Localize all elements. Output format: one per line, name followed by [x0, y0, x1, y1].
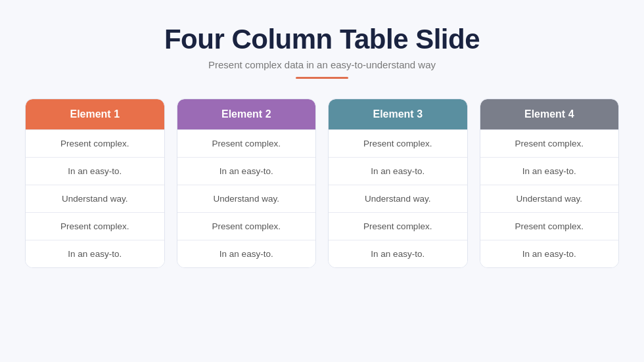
cell-col2-row5: In an easy-to. [177, 240, 316, 267]
cell-col3-row2: In an easy-to. [329, 157, 467, 185]
cell-col3-row3: Understand way. [329, 185, 467, 212]
cell-col2-row1: Present complex. [177, 129, 316, 157]
col-header-col3: Element 3 [329, 99, 467, 129]
cell-col3-row1: Present complex. [329, 129, 467, 157]
cell-col4-row3: Understand way. [480, 185, 619, 212]
page-subtitle: Present complex data in an easy-to-under… [164, 59, 480, 70]
cell-col1-row2: In an easy-to. [26, 157, 164, 185]
cell-col4-row5: In an easy-to. [480, 240, 619, 267]
cell-col4-row2: In an easy-to. [480, 157, 619, 185]
cell-col2-row4: Present complex. [177, 212, 316, 240]
cell-col2-row2: In an easy-to. [177, 157, 316, 185]
column-col3: Element 3Present complex.In an easy-to.U… [328, 99, 468, 268]
title-divider [296, 77, 348, 79]
col-header-col4: Element 4 [480, 99, 619, 129]
page-header: Four Column Table Slide Present complex … [164, 24, 480, 92]
cell-col1-row4: Present complex. [26, 212, 164, 240]
col-header-col2: Element 2 [177, 99, 316, 129]
cell-col3-row5: In an easy-to. [329, 240, 467, 267]
col-header-col1: Element 1 [26, 99, 164, 129]
cell-col4-row1: Present complex. [480, 129, 619, 157]
cell-col4-row4: Present complex. [480, 212, 619, 240]
columns-container: Element 1Present complex.In an easy-to.U… [0, 99, 644, 268]
column-col1: Element 1Present complex.In an easy-to.U… [25, 99, 165, 268]
cell-col3-row4: Present complex. [329, 212, 467, 240]
cell-col1-row5: In an easy-to. [26, 240, 164, 267]
page-title: Four Column Table Slide [164, 24, 480, 55]
column-col4: Element 4Present complex.In an easy-to.U… [480, 99, 620, 268]
column-col2: Element 2Present complex.In an easy-to.U… [177, 99, 317, 268]
cell-col1-row3: Understand way. [26, 185, 164, 212]
cell-col2-row3: Understand way. [177, 185, 316, 212]
cell-col1-row1: Present complex. [26, 129, 164, 157]
